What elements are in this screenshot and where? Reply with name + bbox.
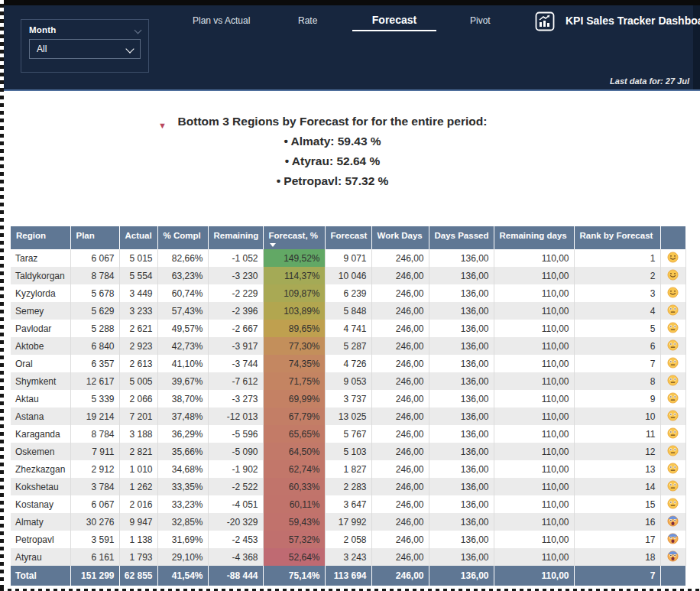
kpi-table: RegionPlanActual% ComplRemainingForecast… bbox=[11, 226, 686, 586]
cell-region: Astana bbox=[11, 408, 70, 425]
table-row-pavlodar[interactable]: Pavlodar5 2882 62149,57%-2 66789,65%4 74… bbox=[11, 320, 685, 337]
table-row-zhezkazgan[interactable]: Zhezkazgan2 9121 01034,68%-1 90262,74%1 … bbox=[11, 460, 685, 478]
table-row-kostanay[interactable]: Kostanay6 0672 01633,23%-4 05160,11%3 64… bbox=[11, 495, 685, 513]
cell-days_passed: 136,00 bbox=[429, 408, 494, 425]
cell-rank: 7 bbox=[574, 355, 660, 372]
col-header-remaining-days[interactable]: Remaining days bbox=[494, 226, 574, 249]
cell-region: Aktau bbox=[11, 390, 70, 408]
cell-compl: 63,23% bbox=[157, 267, 208, 284]
triangle-marker-icon: ▼ bbox=[158, 115, 167, 135]
cell-remaining: -2 396 bbox=[208, 302, 263, 320]
cell-compl: 49,57% bbox=[157, 320, 208, 337]
cell-actual: 5 015 bbox=[119, 249, 157, 267]
cell-remaining_days: 110,00 bbox=[494, 548, 574, 566]
table-total: Total151 29962 85541,54%-88 44475,14%113… bbox=[11, 566, 685, 586]
cell-work_days: 246,00 bbox=[371, 390, 429, 408]
selection-border-top bbox=[0, 0, 700, 5]
cell-compl: 36,29% bbox=[157, 425, 208, 443]
cell-forecast_pct: 149,52% bbox=[263, 249, 325, 267]
col-header-forecast[interactable]: Forecast, % bbox=[263, 226, 325, 249]
sort-descending-icon bbox=[270, 243, 276, 247]
cell-forecast: 5 848 bbox=[325, 302, 371, 320]
table-row-shymkent[interactable]: Shymkent12 6175 00539,67%-7 61271,75%9 0… bbox=[11, 372, 685, 390]
cell-remaining_days: 110,00 bbox=[494, 425, 574, 443]
table-row-oskemen[interactable]: Oskemen7 9112 82135,66%-5 09064,50%5 103… bbox=[11, 443, 685, 460]
table-row-kyzylorda[interactable]: Kyzylorda5 6783 44960,74%-2 229109,87%6 … bbox=[11, 284, 685, 302]
col-header-remaining[interactable]: Remaining bbox=[208, 226, 263, 249]
mood-neutral-icon bbox=[660, 425, 685, 443]
mood-neutral-icon bbox=[660, 478, 685, 495]
cell-forecast_pct: 71,75% bbox=[263, 372, 325, 390]
cell-work_days: 246,00 bbox=[371, 495, 429, 513]
col-header-region[interactable]: Region bbox=[11, 226, 70, 249]
col-header-days-passed[interactable]: Days Passed bbox=[429, 226, 494, 249]
summary-bullet: • Atyrau: 52.64 % bbox=[164, 151, 501, 171]
cell-forecast: 1 827 bbox=[325, 460, 371, 478]
cell-days_passed: 136,00 bbox=[429, 284, 494, 302]
cell-region: Kokshetau bbox=[11, 478, 70, 495]
cell-plan: 5 629 bbox=[70, 302, 119, 320]
cell-forecast_pct: 52,64% bbox=[263, 548, 325, 566]
month-dropdown[interactable]: All bbox=[29, 39, 141, 59]
cell-forecast: 3 647 bbox=[325, 495, 371, 513]
col-header-rank-by-forecast[interactable]: Rank by Forecast bbox=[574, 226, 660, 249]
col-header-plan[interactable]: Plan bbox=[70, 226, 119, 249]
table-row-astana[interactable]: Astana19 2147 20137,48%-12 01367,79%13 0… bbox=[11, 408, 685, 425]
table-row-semey[interactable]: Semey5 6293 23357,43%-2 396103,89%5 8482… bbox=[11, 302, 685, 320]
cell-days_passed: 136,00 bbox=[429, 425, 494, 443]
selection-border-left bbox=[0, 0, 4, 591]
cell-forecast: 2 058 bbox=[325, 531, 371, 548]
month-slicer: Month All bbox=[21, 19, 149, 73]
summary-title: Bottom 3 Regions by Forecast for for the… bbox=[164, 112, 501, 132]
total-cell-days_passed: 136,00 bbox=[429, 566, 494, 586]
table-row-kokshetau[interactable]: Kokshetau3 7841 26233,35%-2 52260,33%2 2… bbox=[11, 478, 685, 495]
table-body: Taraz6 0675 01582,66%-1 052149,52%9 0712… bbox=[11, 249, 685, 566]
table-row-atyrau[interactable]: Atyrau6 1611 79329,10%-4 36852,64%3 2432… bbox=[11, 548, 685, 566]
total-cell-remaining: -88 444 bbox=[208, 566, 263, 586]
cell-actual: 2 016 bbox=[119, 495, 157, 513]
mood-happy-icon bbox=[660, 284, 685, 302]
cell-rank: 15 bbox=[574, 495, 660, 513]
table-row-taraz[interactable]: Taraz6 0675 01582,66%-1 052149,52%9 0712… bbox=[11, 249, 685, 267]
col-header-compl[interactable]: % Compl bbox=[157, 226, 208, 249]
cell-forecast_pct: 57,32% bbox=[263, 531, 325, 548]
chevron-down-icon[interactable] bbox=[134, 26, 142, 34]
cell-work_days: 246,00 bbox=[371, 548, 429, 566]
summary-bullet: • Almaty: 59.43 % bbox=[164, 132, 501, 151]
cell-remaining_days: 110,00 bbox=[494, 390, 574, 408]
cell-compl: 29,10% bbox=[157, 548, 208, 566]
table-row-oral[interactable]: Oral6 3572 61341,10%-3 74474,35%4 726246… bbox=[11, 355, 685, 372]
table-row-petropavl[interactable]: Petropavl3 5911 13831,69%-2 45357,32%2 0… bbox=[11, 531, 685, 548]
cell-plan: 5 678 bbox=[70, 284, 119, 302]
tab-pivot[interactable]: Pivot bbox=[470, 15, 491, 26]
col-header-forecast[interactable]: Forecast bbox=[325, 226, 371, 249]
cell-forecast_pct: 59,43% bbox=[263, 513, 325, 531]
table-row-almaty[interactable]: Almaty30 2769 94732,85%-20 32959,43%17 9… bbox=[11, 513, 685, 531]
table-row-aktobe[interactable]: Aktobe6 8402 92342,73%-3 91777,30%5 2872… bbox=[11, 337, 685, 355]
table-row-aktau[interactable]: Aktau5 3392 06638,70%-3 27369,99%3 73724… bbox=[11, 390, 685, 408]
cell-work_days: 246,00 bbox=[371, 267, 429, 284]
total-cell-mood bbox=[660, 566, 685, 586]
cell-forecast: 10 046 bbox=[325, 267, 371, 284]
cell-remaining: -3 744 bbox=[208, 355, 263, 372]
cell-compl: 38,70% bbox=[157, 390, 208, 408]
cell-work_days: 246,00 bbox=[371, 355, 429, 372]
tab-forecast[interactable]: Forecast bbox=[352, 14, 436, 26]
table-row-karaganda[interactable]: Karaganda8 7843 18836,29%-5 59665,65%5 7… bbox=[11, 425, 685, 443]
cell-plan: 3 784 bbox=[70, 478, 119, 495]
cell-rank: 5 bbox=[574, 320, 660, 337]
col-header-work-days[interactable]: Work Days bbox=[371, 226, 429, 249]
cell-days_passed: 136,00 bbox=[429, 267, 494, 284]
table-row-taldykorgan[interactable]: Taldykorgan8 7845 55463,23%-3 230114,37%… bbox=[11, 267, 685, 284]
tab-plan-vs-actual[interactable]: Plan vs Actual bbox=[193, 15, 250, 26]
total-cell-work_days: 246,00 bbox=[371, 566, 429, 586]
cell-rank: 17 bbox=[574, 531, 660, 548]
col-header-icon[interactable] bbox=[660, 226, 685, 249]
cell-forecast_pct: 64,50% bbox=[263, 443, 325, 460]
col-header-actual[interactable]: Actual bbox=[119, 226, 157, 249]
cell-remaining: -2 453 bbox=[208, 531, 263, 548]
cell-region: Oskemen bbox=[11, 443, 70, 460]
cell-remaining: -3 230 bbox=[208, 267, 263, 284]
cell-remaining_days: 110,00 bbox=[494, 302, 574, 320]
tab-rate[interactable]: Rate bbox=[298, 15, 317, 26]
